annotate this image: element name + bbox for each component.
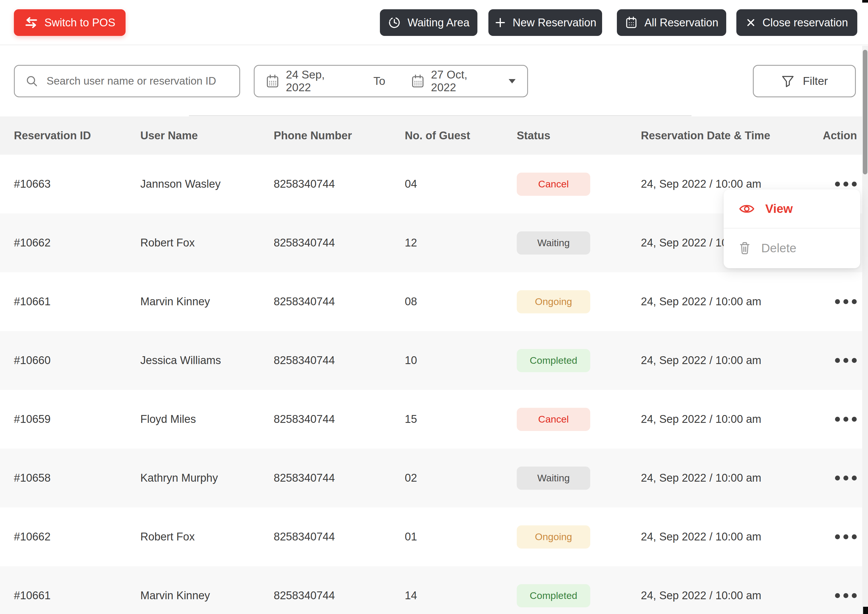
phone-number-cell: 8258340744 <box>274 331 335 390</box>
search-input[interactable] <box>46 75 231 87</box>
guest-count-cell: 02 <box>405 449 417 507</box>
top-bar: Switch to POS Waiting Area New Reservati… <box>0 0 868 45</box>
guest-count-cell: 12 <box>405 213 417 272</box>
guest-count-cell: 08 <box>405 272 417 331</box>
status-badge: Cancel <box>517 408 590 431</box>
table-row: #10659 Floyd Miles 8258340744 15 Cancel … <box>0 390 868 449</box>
reservation-id-cell: #10661 <box>14 272 51 331</box>
row-actions-ellipsis-icon[interactable] <box>835 507 857 566</box>
plus-icon <box>494 17 506 29</box>
dot <box>835 299 840 304</box>
dot <box>843 417 848 422</box>
column-header-no-of-guest: No. of Guest <box>405 117 470 155</box>
date-from-value[interactable]: 24 Sep, 2022 <box>286 68 347 94</box>
row-actions-ellipsis-icon[interactable] <box>835 390 857 449</box>
dot <box>835 534 840 539</box>
phone-number-cell: 8258340744 <box>274 390 335 449</box>
chevron-down-icon[interactable] <box>508 79 516 83</box>
table-row: #10662 Robert Fox 8258340744 01 Ongoing … <box>0 507 868 566</box>
dot <box>843 358 848 363</box>
user-name-cell: Marvin Kinney <box>140 566 210 614</box>
filter-bar: 24 Sep, 2022 To 27 Oct, 2022 Filter <box>0 46 868 117</box>
date-to-value[interactable]: 27 Oct, 2022 <box>431 68 490 94</box>
dot <box>852 534 857 539</box>
filter-label: Filter <box>803 75 828 87</box>
new-reservation-label: New Reservation <box>513 17 596 29</box>
row-actions-ellipsis-icon[interactable] <box>835 272 857 331</box>
switch-to-pos-label: Switch to POS <box>45 17 115 29</box>
column-header-phone-number: Phone Number <box>274 117 352 155</box>
dot <box>852 417 857 422</box>
close-reservation-button[interactable]: Close reservation <box>736 9 857 36</box>
dot <box>835 358 840 363</box>
status-badge: Completed <box>517 349 590 372</box>
column-header-reservation-date-time: Reservation Date & Time <box>641 117 770 155</box>
dot <box>852 593 857 598</box>
user-name-cell: Jessica Williams <box>140 331 221 390</box>
guest-count-cell: 15 <box>405 390 417 449</box>
calendar-icon <box>266 74 279 88</box>
calendar-icon <box>411 74 424 88</box>
row-actions-ellipsis-icon[interactable] <box>835 449 857 507</box>
menu-item-view[interactable]: View <box>724 190 860 229</box>
eye-icon <box>739 203 755 215</box>
user-name-cell: Marvin Kinney <box>140 272 210 331</box>
calendar-note-icon <box>625 16 638 29</box>
reservation-id-cell: #10661 <box>14 566 51 614</box>
status-badge: Ongoing <box>517 525 590 549</box>
table-header: Reservation ID User Name Phone Number No… <box>0 117 868 155</box>
date-to-label: To <box>373 75 385 87</box>
date-range-picker[interactable]: 24 Sep, 2022 To 27 Oct, 2022 <box>254 65 528 97</box>
dot <box>843 299 848 304</box>
search-box <box>14 65 240 97</box>
reservation-id-cell: #10660 <box>14 331 51 390</box>
table-row: #10661 Marvin Kinney 8258340744 08 Ongoi… <box>0 272 868 331</box>
switch-to-pos-button[interactable]: Switch to POS <box>14 9 126 36</box>
table-row: #10660 Jessica Williams 8258340744 10 Co… <box>0 331 868 390</box>
waiting-area-button[interactable]: Waiting Area <box>380 9 477 36</box>
close-icon <box>746 17 756 28</box>
new-reservation-button[interactable]: New Reservation <box>488 9 602 36</box>
column-header-reservation-id: Reservation ID <box>14 117 91 155</box>
dot <box>835 593 840 598</box>
screen-corner-artifact-bottom-right <box>863 607 868 614</box>
reservation-id-cell: #10659 <box>14 390 51 449</box>
reservation-datetime-cell: 24, Sep 2022 / 10:00 am <box>641 449 761 507</box>
column-header-user-name: User Name <box>140 117 198 155</box>
row-actions-ellipsis-icon[interactable] <box>835 331 857 390</box>
swap-arrows-icon <box>24 16 38 29</box>
guest-count-cell: 04 <box>405 155 417 213</box>
all-reservation-button[interactable]: All Reservation <box>617 9 726 36</box>
phone-number-cell: 8258340744 <box>274 507 335 566</box>
column-header-action: Action <box>793 117 857 155</box>
funnel-icon <box>781 74 795 88</box>
dot <box>835 476 840 480</box>
guest-count-cell: 01 <box>405 507 417 566</box>
dot <box>843 534 848 539</box>
phone-number-cell: 8258340744 <box>274 155 335 213</box>
reservation-datetime-cell: 24, Sep 2022 / 10:00 am <box>641 390 761 449</box>
user-name-cell: Floyd Miles <box>140 390 196 449</box>
phone-number-cell: 8258340744 <box>274 449 335 507</box>
reservation-id-cell: #10658 <box>14 449 51 507</box>
dot <box>852 476 857 480</box>
dot <box>852 299 857 304</box>
reservation-id-cell: #10662 <box>14 213 51 272</box>
menu-item-delete[interactable]: Delete <box>724 229 860 267</box>
dot <box>843 593 848 598</box>
menu-item-view-label: View <box>765 202 793 216</box>
guest-count-cell: 10 <box>405 331 417 390</box>
dot <box>835 182 840 187</box>
filter-button[interactable]: Filter <box>753 65 856 97</box>
table-row: #10658 Kathryn Murphy 8258340744 02 Wait… <box>0 449 868 507</box>
dot <box>843 476 848 480</box>
row-actions-ellipsis-icon[interactable] <box>835 566 857 614</box>
reservation-datetime-cell: 24, Sep 2022 / 10:00 am <box>641 566 761 614</box>
status-badge: Ongoing <box>517 290 590 313</box>
status-badge: Cancel <box>517 173 590 196</box>
all-reservation-label: All Reservation <box>644 17 718 29</box>
reservation-datetime-cell: 24, Sep 2022 / 10:00 am <box>641 272 761 331</box>
vertical-scrollbar-thumb[interactable] <box>863 50 867 174</box>
reservation-id-cell: #10662 <box>14 507 51 566</box>
dot <box>843 182 848 187</box>
